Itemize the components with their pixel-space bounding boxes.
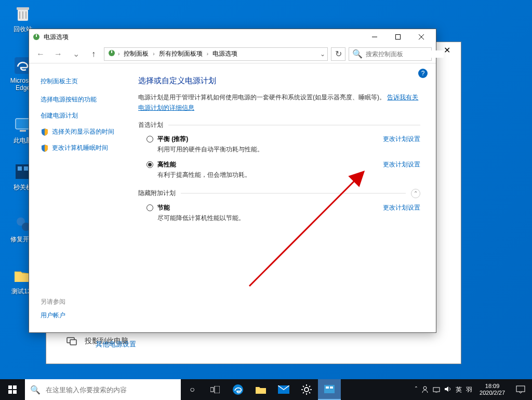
plan-balanced: 平衡 (推荐) 利用可用的硬件自动平衡功耗与性能。 更改计划设置	[138, 135, 420, 154]
tray-network-icon[interactable]	[433, 385, 440, 394]
breadcrumb-item[interactable]: 所有控制面板项	[157, 48, 205, 59]
taskbar-control-panel[interactable]	[318, 379, 341, 400]
svg-rect-11	[70, 340, 76, 345]
window-body: 控制面板主页 选择电源按钮的功能 创建电源计划 选择关闭显示器的时间 更改计算机…	[29, 63, 436, 332]
clock-time: 18:09	[480, 383, 505, 390]
taskbar-settings[interactable]	[295, 379, 318, 400]
sidebar-link[interactable]: 更改计算机睡眠时间	[52, 144, 108, 152]
plan-high-performance: 高性能 有利于提高性能，但会增加功耗。 更改计划设置	[138, 160, 420, 179]
search-box[interactable]: 🔍	[349, 47, 432, 61]
sidebar-home-link[interactable]: 控制面板主页	[41, 77, 133, 86]
ime-indicator-2[interactable]: 羽	[466, 385, 472, 394]
breadcrumb-item[interactable]: 电源选项	[210, 48, 240, 59]
window-title: 电源选项	[44, 33, 363, 42]
minimize-button[interactable]	[363, 30, 386, 44]
taskbar-explorer[interactable]	[249, 379, 272, 400]
settings-partial-link[interactable]: 其他电源设置	[96, 340, 136, 349]
shield-icon	[41, 144, 49, 152]
sidebar-link[interactable]: 选择电源按钮的功能	[41, 95, 133, 104]
nav-dropdown-button[interactable]: ⌄	[69, 47, 83, 61]
svg-rect-13	[36, 34, 37, 37]
divider	[181, 193, 406, 193]
section-label: 隐藏附加计划	[138, 189, 176, 198]
section-preferred: 首选计划	[138, 121, 420, 130]
svg-rect-3	[16, 119, 30, 129]
chevron-right-icon: ›	[153, 51, 154, 57]
svg-rect-39	[433, 388, 440, 392]
windows-icon	[8, 385, 17, 394]
svg-rect-14	[395, 35, 400, 40]
search-icon: 🔍	[30, 385, 41, 395]
svg-rect-35	[324, 385, 335, 393]
breadcrumb-icon	[108, 49, 116, 59]
page-description: 电源计划是用于管理计算机如何使用电源的一套硬件和系统设置(如显示器亮度、睡眠等)…	[138, 92, 420, 113]
action-center-button[interactable]	[509, 379, 532, 400]
tray-people-icon[interactable]	[421, 385, 429, 394]
nav-up-button[interactable]: ↑	[86, 47, 101, 61]
description-text: 电源计划是用于管理计算机如何使用电源的一套硬件和系统设置(如显示器亮度、睡眠等)…	[138, 94, 385, 101]
change-plan-link[interactable]: 更改计划设置	[383, 160, 420, 169]
plan-name: 节能	[157, 203, 383, 212]
power-options-icon	[32, 33, 41, 41]
sidebar-link[interactable]: 选择关闭显示器的时间	[52, 127, 114, 136]
svg-rect-20	[8, 390, 12, 394]
maximize-button[interactable]	[386, 30, 409, 44]
svg-rect-37	[330, 386, 333, 389]
svg-rect-36	[326, 386, 329, 389]
tray-volume-icon[interactable]	[444, 385, 451, 394]
chevron-right-icon: ›	[118, 51, 119, 57]
taskbar-clock[interactable]: 18:09 2020/2/27	[475, 383, 509, 396]
taskbar-search-input[interactable]	[46, 386, 176, 394]
shield-icon	[41, 128, 49, 136]
page-heading: 选择或自定义电源计划	[138, 76, 420, 86]
ime-indicator[interactable]: 英	[456, 385, 462, 394]
taskbar-edge[interactable]	[227, 379, 249, 400]
plan-description: 尽可能降低计算机性能以节能。	[157, 214, 383, 223]
project-icon	[66, 336, 77, 347]
radio-button[interactable]	[147, 204, 153, 211]
nav-forward-button[interactable]: →	[51, 47, 65, 61]
plan-description: 有利于提高性能，但会增加功耗。	[157, 171, 383, 179]
svg-rect-23	[215, 386, 220, 393]
see-also-label: 另请参阅	[41, 298, 65, 306]
radio-button[interactable]	[147, 161, 153, 168]
svg-rect-19	[13, 385, 17, 389]
svg-rect-16	[111, 50, 112, 53]
svg-rect-7	[24, 166, 28, 171]
svg-rect-21	[13, 390, 17, 394]
help-button[interactable]: ?	[418, 69, 428, 78]
titlebar: 电源选项	[29, 29, 436, 45]
recycle-bin-icon	[12, 3, 33, 24]
close-button[interactable]	[409, 30, 433, 44]
divider	[168, 125, 420, 125]
user-accounts-link[interactable]: 用户帐户	[41, 311, 65, 320]
tray-chevron-icon[interactable]: ˆ	[415, 386, 417, 393]
breadcrumb-item[interactable]: 控制面板	[122, 48, 151, 59]
svg-rect-22	[210, 388, 214, 392]
start-button[interactable]	[0, 379, 25, 400]
svg-rect-1	[17, 7, 29, 10]
collapse-button[interactable]: ⌃	[411, 189, 420, 198]
breadcrumb-dropdown[interactable]: ⌄	[320, 50, 325, 58]
search-icon: 🔍	[352, 49, 363, 59]
svg-rect-6	[18, 166, 22, 171]
radio-button[interactable]	[147, 136, 153, 143]
plan-description: 利用可用的硬件自动平衡功耗与性能。	[157, 145, 383, 154]
plan-name: 平衡 (推荐)	[157, 135, 383, 144]
taskbar-search[interactable]: 🔍	[25, 379, 181, 400]
svg-line-31	[303, 386, 304, 387]
taskbar-mail[interactable]	[272, 379, 295, 400]
chevron-right-icon: ›	[207, 51, 208, 57]
nav-back-button[interactable]: ←	[33, 47, 48, 61]
refresh-button[interactable]: ↻	[331, 47, 345, 61]
breadcrumb[interactable]: › 控制面板 › 所有控制面板项 › 电源选项 ⌄	[104, 47, 328, 61]
sidebar-link[interactable]: 创建电源计划	[41, 111, 133, 120]
change-plan-link[interactable]: 更改计划设置	[383, 135, 420, 144]
cortana-button[interactable]: ○	[181, 379, 204, 400]
change-plan-link[interactable]: 更改计划设置	[383, 203, 420, 212]
section-hidden: 隐藏附加计划 ⌃	[138, 189, 420, 198]
svg-rect-4	[20, 130, 26, 132]
search-input[interactable]	[366, 50, 444, 58]
clock-date: 2020/2/27	[480, 390, 505, 396]
task-view-button[interactable]	[204, 379, 227, 400]
